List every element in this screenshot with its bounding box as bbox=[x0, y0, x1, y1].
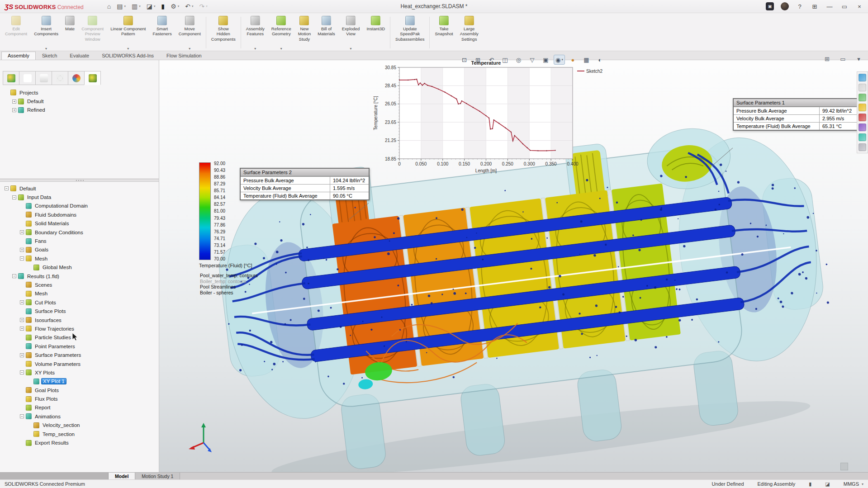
tree-item-isosurfaces[interactable]: +Isosurfaces bbox=[2, 316, 157, 324]
redo-button[interactable]: ↷▾ bbox=[199, 3, 208, 10]
tree-item-cut-plots[interactable]: +Cut Plots bbox=[2, 298, 157, 307]
tree-item-goals[interactable]: +Goals bbox=[2, 246, 157, 254]
tree-expand-toggle[interactable]: + bbox=[12, 108, 16, 112]
edit-appearance-icon[interactable]: ● bbox=[567, 55, 579, 65]
dropdown-arrow-icon[interactable]: ▾ bbox=[178, 5, 180, 8]
display-style-icon[interactable]: ▣ bbox=[540, 55, 551, 65]
dropdown-arrow-icon[interactable]: ▾ bbox=[192, 5, 194, 8]
tree-item-report[interactable]: Report bbox=[2, 403, 157, 412]
tree-item-flow-trajectories[interactable]: +Flow Trajectories bbox=[2, 324, 157, 333]
units-dropdown-icon[interactable]: ▾ bbox=[862, 482, 863, 486]
tree-item-surface-plots[interactable]: Surface Plots bbox=[2, 307, 157, 315]
zoom-to-fit-icon[interactable]: ⊡ bbox=[459, 55, 470, 65]
rail-annotation-icon[interactable] bbox=[859, 114, 866, 121]
console-button[interactable]: ▣ bbox=[766, 2, 774, 10]
tree-item-surface-parameters[interactable]: +Surface Parameters bbox=[2, 351, 157, 359]
tree-expand-toggle[interactable]: + bbox=[20, 327, 24, 331]
update-speedpak-subassemblies-button[interactable]: Update SpeedPak Subassemblies bbox=[392, 14, 427, 51]
status-units[interactable]: MMGS▾ bbox=[844, 481, 863, 487]
dynamic-annotation-icon[interactable]: ◎ bbox=[513, 55, 524, 65]
home-button[interactable]: ⌂ bbox=[107, 3, 111, 10]
tree-expand-toggle[interactable]: − bbox=[12, 195, 16, 199]
zoom-to-area-icon[interactable]: ⊞ bbox=[472, 55, 484, 65]
tree-expand-toggle[interactable]: + bbox=[20, 230, 24, 234]
dropdown-arrow-icon[interactable]: ▼ bbox=[349, 47, 352, 50]
dropdown-arrow-icon[interactable]: ▼ bbox=[127, 47, 130, 50]
tree-expand-toggle[interactable]: + bbox=[20, 318, 24, 322]
tree-item-mesh[interactable]: Mesh bbox=[2, 289, 157, 298]
mate-button[interactable]: Mate bbox=[62, 14, 78, 51]
section-view-icon[interactable]: ◫ bbox=[499, 55, 511, 65]
dropdown-arrow-icon[interactable]: ▼ bbox=[280, 47, 283, 50]
tab-solidworks-add-ins[interactable]: SOLIDWORKS Add-Ins bbox=[95, 52, 160, 60]
linear-component-pattern-button[interactable]: Linear Component Pattern▼ bbox=[107, 14, 149, 51]
dropdown-arrow-icon[interactable]: ▼ bbox=[45, 47, 48, 50]
apply-scene-icon[interactable]: ▦ bbox=[581, 55, 592, 65]
new-motion-study-button[interactable]: New Motion Study bbox=[295, 14, 314, 51]
tree-expand-toggle[interactable]: − bbox=[20, 370, 24, 374]
tree-expand-toggle[interactable]: + bbox=[12, 99, 16, 104]
tree-item-velocity-section[interactable]: Velocity_section bbox=[2, 421, 157, 430]
panel-tab-5[interactable] bbox=[68, 71, 85, 85]
rail-scene-icon[interactable] bbox=[859, 104, 866, 111]
tree-item-fluid-subdomains[interactable]: Fluid Subdomains bbox=[2, 210, 157, 219]
tree-item-particle-studies[interactable]: Particle Studies bbox=[2, 333, 157, 342]
take-snapshot-button[interactable]: Take Snapshot bbox=[432, 14, 456, 51]
tab-evaluate[interactable]: Evaluate bbox=[63, 52, 95, 60]
dropdown-arrow-icon[interactable]: ▾ bbox=[139, 5, 141, 8]
tab-assembly[interactable]: Assembly bbox=[1, 52, 36, 60]
pane-menu-icon[interactable]: ▾ bbox=[853, 54, 864, 64]
tree-item-volume-parameters[interactable]: Volume Parameters bbox=[2, 360, 157, 368]
previous-view-icon[interactable]: ↶ bbox=[486, 55, 497, 65]
rail-appearance-icon[interactable] bbox=[859, 94, 866, 101]
tree-expand-toggle[interactable]: − bbox=[20, 256, 24, 261]
tab-flow-simulation[interactable]: Flow Simulation bbox=[160, 52, 208, 60]
apps-grid-button[interactable]: ⊞ bbox=[811, 2, 819, 10]
tree-item-default[interactable]: −Default bbox=[2, 184, 157, 193]
graphics-viewport[interactable]: 30.8528.4526.0523.6521.2518.8500.0500.10… bbox=[159, 60, 868, 472]
insert-components-button[interactable]: Insert Components▼ bbox=[31, 14, 62, 51]
tree-item-goal-plots[interactable]: Goal Plots bbox=[2, 386, 157, 394]
user-avatar[interactable] bbox=[781, 2, 789, 10]
tree-item-default[interactable]: +Default bbox=[2, 97, 157, 105]
new-document-button[interactable]: ▤▾ bbox=[117, 3, 126, 10]
rail-visibility-icon[interactable] bbox=[859, 84, 866, 91]
tree-expand-toggle[interactable]: + bbox=[20, 353, 24, 357]
tree-item-global-mesh[interactable]: Global Mesh bbox=[2, 263, 157, 272]
dropdown-arrow-icon[interactable]: ▾ bbox=[206, 5, 208, 8]
tree-item-export-results[interactable]: Export Results bbox=[2, 438, 157, 447]
open-button[interactable]: ▥▾ bbox=[132, 3, 141, 10]
dropdown-arrow-icon[interactable]: ▾ bbox=[561, 58, 563, 62]
smart-fasteners-button[interactable]: Smart Fasteners bbox=[149, 14, 175, 51]
view-settings-icon[interactable]: ◐ bbox=[594, 55, 606, 65]
reference-geometry-button[interactable]: Reference Geometry▼ bbox=[268, 14, 294, 51]
tree-item-animations[interactable]: −Animations bbox=[2, 412, 157, 421]
instant3d-button[interactable]: Instant3D bbox=[363, 14, 388, 51]
tree-item-temp-section[interactable]: Temp_section bbox=[2, 430, 157, 438]
tree-item-refined[interactable]: +Refined bbox=[2, 106, 157, 114]
save-button[interactable]: ◪▾ bbox=[147, 3, 156, 10]
view-orientation-icon[interactable]: ▽ bbox=[526, 55, 538, 65]
publish-button[interactable]: ▮ bbox=[161, 3, 165, 10]
close-button[interactable]: × bbox=[855, 2, 863, 10]
large-assembly-settings-button[interactable]: Large Assembly Settings bbox=[457, 14, 482, 51]
tree-item-xy-plot-1[interactable]: XY Plot 1 bbox=[2, 377, 157, 386]
tree-item-solid-materials[interactable]: Solid Materials bbox=[2, 219, 157, 228]
panel-tab-1[interactable] bbox=[3, 71, 19, 85]
show-hidden-components-button[interactable]: Show Hidden Components bbox=[208, 14, 239, 51]
assembly-features-button[interactable]: Assembly Features▼ bbox=[243, 14, 268, 51]
tree-expand-toggle[interactable]: − bbox=[20, 414, 24, 418]
rail-measure-icon[interactable] bbox=[859, 133, 866, 141]
tree-item-scenes[interactable]: Scenes bbox=[2, 280, 157, 289]
panel-splitter[interactable] bbox=[0, 179, 159, 182]
tree-item-point-parameters[interactable]: Point Parameters bbox=[2, 342, 157, 351]
doc-tab-model[interactable]: Model bbox=[109, 473, 135, 479]
pane-restore-icon[interactable]: ▭ bbox=[837, 54, 849, 64]
undo-button[interactable]: ↶▾ bbox=[185, 3, 193, 10]
tree-expand-toggle[interactable]: + bbox=[20, 248, 24, 252]
tree-item-flux-plots[interactable]: Flux Plots bbox=[2, 394, 157, 403]
panel-tab-2[interactable] bbox=[19, 71, 36, 85]
dropdown-arrow-icon[interactable]: ▾ bbox=[124, 5, 126, 8]
tab-sketch[interactable]: Sketch bbox=[36, 52, 64, 60]
tree-item-fans[interactable]: Fans bbox=[2, 237, 157, 245]
